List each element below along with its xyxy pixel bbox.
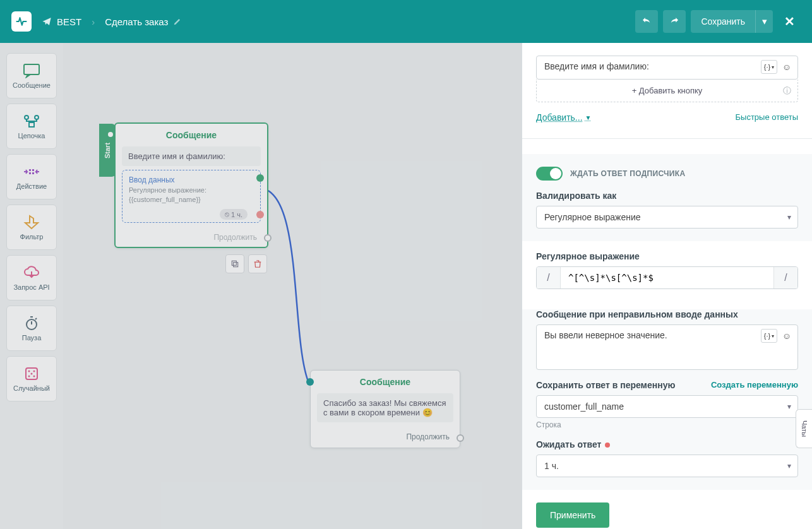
insert-variable-button-2[interactable]: {·}▾ [761,329,777,343]
apply-button[interactable]: Применить [536,502,609,528]
port-continue[interactable] [264,234,272,242]
wait-reply-toggle[interactable] [536,167,563,181]
start-port [107,131,114,138]
redo-icon [669,16,680,27]
validate-select[interactable]: Регулярное выражение [536,206,798,229]
input-block-sub2: {{customer_full_name}} [129,196,254,203]
svg-rect-3 [29,122,34,127]
canvas[interactable]: Start Сообщение Введите имя и фамилию: В… [63,43,522,529]
info-icon[interactable]: ⓘ [783,85,791,97]
wait-time-label: Ожидать ответ [536,439,798,449]
tool-action[interactable]: Действие [6,154,57,199]
message-text-input[interactable]: Введите имя и фамилию: {·}▾ ☺ [536,56,798,80]
save-var-label: Сохранить ответ в переменную Создать пер… [536,380,798,390]
wait-badge: ⦸1 ч. [220,209,248,220]
regex-slash-close: / [773,267,797,288]
variable-type-hint: Строка [536,420,798,429]
svg-rect-6 [29,172,31,174]
regex-slash-open: / [537,267,561,288]
breadcrumb-sep: › [92,16,95,27]
action-icon [23,165,40,178]
connector-line [63,43,522,529]
logo[interactable] [11,11,32,32]
copy-icon [230,259,239,268]
regex-label: Регулярное выражение [536,251,798,261]
required-dot [605,443,610,448]
message-icon [23,63,40,78]
close-button[interactable]: ✕ [778,10,801,33]
save-button[interactable]: Сохранить ▾ [691,10,773,33]
svg-rect-0 [24,64,39,74]
node-message-1[interactable]: Start Сообщение Введите имя и фамилию: В… [114,122,268,248]
svg-point-14 [33,376,35,377]
tool-filter[interactable]: Фильтр [6,205,57,250]
node-delete-button[interactable] [248,254,267,273]
error-msg-label: Сообщение при неправильном вводе данных [536,309,798,319]
filter-icon [23,215,40,230]
top-bar: BEST › Сделать заказ Сохранить ▾ ✕ [0,0,812,43]
emoji-button-2[interactable]: ☺ [780,329,794,343]
node2-title: Сообщение [311,371,460,393]
tool-random[interactable]: Случайный [6,356,57,401]
stopwatch-icon [24,316,39,331]
chain-icon [23,114,40,129]
node-copy-button[interactable] [225,254,244,273]
breadcrumb-bot[interactable]: BEST [32,0,92,43]
tool-chain[interactable]: Цепочка [6,104,57,149]
svg-rect-7 [32,172,34,174]
svg-point-13 [28,376,30,377]
telegram-icon [42,16,52,27]
edit-icon[interactable] [173,17,182,26]
create-var-link[interactable]: Создать переменную [711,380,798,389]
port-continue-2[interactable] [457,434,464,442]
undo-icon [641,16,652,27]
input-block-sub1: Регулярное выражение: [129,186,254,194]
svg-rect-5 [32,169,34,171]
node1-title: Сообщение [116,124,267,146]
cloud-icon [23,265,40,280]
save-label: Сохранить [691,10,755,33]
pulse-icon [15,15,28,28]
trash-icon [253,259,262,268]
add-button-row[interactable]: + Добавить кнопку ⓘ [536,80,798,102]
insert-variable-button[interactable]: {·}▾ [761,60,777,74]
divider [522,138,812,139]
properties-panel: Введите имя и фамилию: {·}▾ ☺ + Добавить… [522,43,812,529]
svg-rect-4 [29,169,31,171]
tool-message[interactable]: Сообщение [6,53,57,98]
breadcrumb-flow[interactable]: Сделать заказ [95,0,192,43]
quick-replies-link[interactable]: Быстрые ответы [736,112,799,122]
error-msg-input[interactable]: Вы ввели неверное значение. {·}▾ ☺ [536,324,798,370]
dice-icon [24,366,39,381]
port-fail[interactable] [256,211,264,218]
port-in[interactable] [306,378,314,386]
input-block-title: Ввод данных [129,175,254,184]
node2-message: Спасибо за заказ! Мы свяжемся с вами в с… [317,393,453,422]
node2-continue: Продолжить [311,429,460,448]
svg-rect-15 [234,263,238,267]
svg-point-1 [25,116,28,119]
wait-reply-label: ЖДАТЬ ОТВЕТ ПОДПИСЧИКА [570,169,685,178]
toolbox: Сообщение Цепочка Действие Фильтр Запрос… [0,43,63,529]
emoji-button[interactable]: ☺ [780,60,794,74]
svg-point-11 [33,371,35,372]
variable-select[interactable]: customer_full_name [536,395,798,418]
undo-button[interactable] [635,10,658,33]
wait-time-select[interactable]: 1 ч. [536,455,798,477]
save-dropdown[interactable]: ▾ [755,10,773,33]
port-success[interactable] [256,174,264,182]
chats-tab[interactable]: Чаты [796,409,812,448]
tool-pause[interactable]: Пауза [6,306,57,351]
node1-input-block[interactable]: Ввод данных Регулярное выражение: {{cust… [122,170,261,223]
flow-name: Сделать заказ [105,16,168,27]
redo-button[interactable] [663,10,686,33]
svg-rect-16 [232,261,236,265]
bot-name: BEST [57,16,81,27]
node-message-2[interactable]: Сообщение Спасибо за заказ! Мы свяжемся … [310,370,460,448]
tool-api[interactable]: Запрос API [6,255,57,300]
svg-point-12 [31,373,33,375]
add-element-link[interactable]: Добавить... ▼ [536,112,591,122]
regex-input[interactable] [561,267,773,288]
validate-label: Валидировать как [536,191,798,201]
svg-point-2 [35,116,39,119]
